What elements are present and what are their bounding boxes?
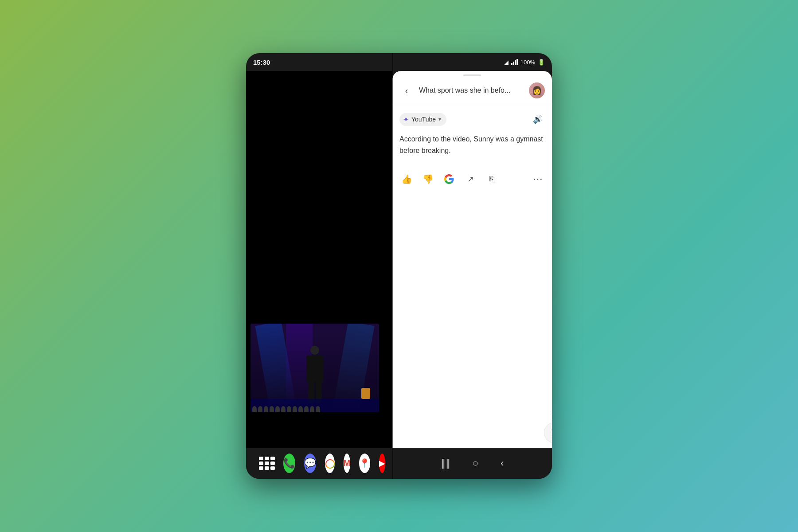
status-time: 15:30 [253, 59, 270, 66]
avatar[interactable]: 👩 [529, 82, 545, 98]
maps-app[interactable]: 📍 [359, 454, 370, 473]
recent-apps-button[interactable]: ‖‖ [441, 458, 450, 469]
youtube-icon: ▶ [379, 458, 385, 468]
messages-app[interactable]: 💬 [304, 454, 316, 473]
source-label: YouTube [411, 116, 436, 123]
wifi-icon: ◢ [504, 59, 509, 66]
signal-icon [511, 59, 518, 65]
more-icon: ⋯ [533, 173, 543, 185]
app-dock: 📞 💬 ◯ M 📍 ▶ [246, 454, 392, 473]
foldable-device: 15:30 ◢ 100% 🔋 [246, 53, 552, 479]
source-row: ✦ YouTube ▾ 🔊 [399, 112, 545, 126]
query-title: What sport was she in befo... [419, 86, 524, 94]
google-search-button[interactable] [442, 172, 456, 186]
chevron-down-icon: ▾ [438, 116, 441, 122]
thumbs-up-button[interactable]: 👍 [399, 172, 414, 186]
thumbs-down-icon: 👎 [422, 174, 434, 184]
panel-content: ✦ YouTube ▾ 🔊 According to the video, Su… [392, 103, 552, 448]
gmail-app[interactable]: M [344, 454, 350, 473]
sound-icon: 🔊 [533, 114, 543, 124]
sound-button[interactable]: 🔊 [531, 112, 545, 126]
share-button[interactable]: ↗ [463, 172, 477, 186]
video-panel [246, 71, 392, 448]
copy-button[interactable]: ⎘ [485, 172, 499, 186]
share-icon: ↗ [467, 174, 474, 184]
battery-icon: 🔋 [538, 59, 545, 66]
google-g-icon [444, 174, 454, 184]
nav-bar: 📞 💬 ◯ M 📍 ▶ ‖‖ ○ ‹ [246, 448, 552, 479]
more-button[interactable]: ⋯ [531, 172, 545, 186]
video-content [246, 71, 392, 448]
gmail-icon: M [344, 459, 350, 468]
chrome-icon: ◯ [325, 458, 335, 469]
action-row: 👍 👎 ↗ ⎘ [399, 167, 545, 192]
status-bar: 15:30 ◢ 100% 🔋 [246, 53, 552, 71]
maps-icon: 📍 [359, 458, 370, 469]
source-badge[interactable]: ✦ YouTube ▾ [399, 113, 446, 126]
panel-header: ‹ What sport was she in befo... 👩 [392, 78, 552, 103]
input-field[interactable]: Type, talk, or share a photo 🎙 📷 [544, 422, 552, 443]
assistant-panel: ‹ What sport was she in befo... 👩 ✦ YouT… [392, 71, 552, 448]
input-placeholder: Type, talk, or share a photo [552, 411, 552, 448]
back-arrow-icon: ‹ [405, 86, 408, 96]
gemini-icon: ✦ [403, 115, 409, 124]
messages-icon: 💬 [304, 458, 316, 469]
youtube-app[interactable]: ▶ [379, 454, 385, 473]
answer-text: According to the video, Sunny was a gymn… [399, 133, 545, 156]
thumbs-down-button[interactable]: 👎 [421, 172, 435, 186]
input-bar: Type, talk, or share a photo 🎙 📷 [539, 418, 552, 448]
yellow-accent [361, 388, 370, 399]
thumbs-up-icon: 👍 [401, 174, 412, 184]
battery: 100% [520, 59, 535, 66]
back-nav-button[interactable]: ‹ [501, 458, 504, 469]
status-icons: ◢ 100% 🔋 [504, 59, 545, 66]
chrome-app[interactable]: ◯ [325, 454, 335, 473]
copy-icon: ⎘ [489, 175, 494, 184]
back-button[interactable]: ‹ [399, 83, 414, 98]
app-grid-dots[interactable] [257, 454, 274, 472]
performer [301, 346, 328, 399]
system-nav: ‖‖ ○ ‹ [392, 458, 552, 469]
phone-icon: 📞 [283, 458, 295, 469]
audience [250, 399, 379, 412]
phone-app[interactable]: 📞 [283, 454, 295, 473]
home-button[interactable]: ○ [473, 458, 478, 469]
panel-handle [463, 74, 481, 76]
stage [250, 324, 379, 412]
